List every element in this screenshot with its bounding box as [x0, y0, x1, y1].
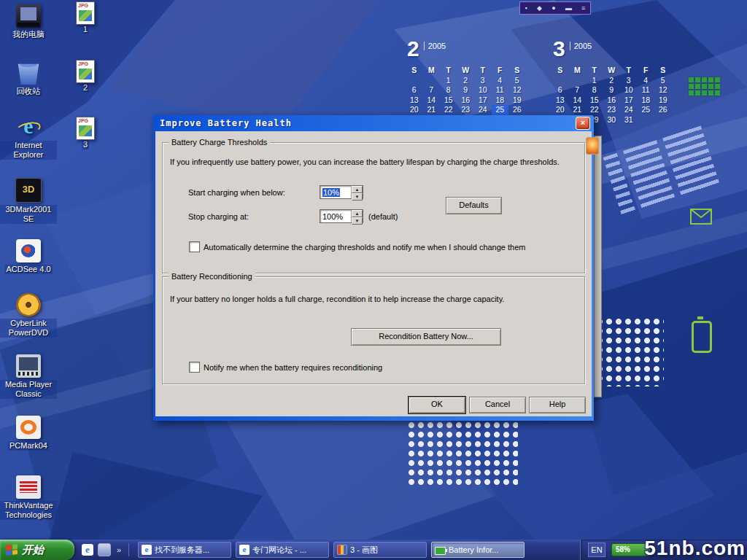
calendar-day: 11 — [492, 85, 509, 96]
desktop-icon-file-3[interactable]: JPG 3 — [57, 117, 114, 149]
calendar-day: 20 — [551, 105, 569, 115]
battery-gauge-icon — [586, 137, 599, 155]
jpg-file-icon: JPG — [76, 1, 95, 25]
spin-up-icon[interactable]: ▲ — [352, 186, 363, 193]
stop-charging-spinner[interactable]: 100% ▲▼ — [320, 209, 363, 223]
calendar-day: 18 — [492, 96, 509, 106]
calendar-march: 3 2005 SMTWTFS 12345 6789101112 13141516… — [551, 36, 672, 125]
cancel-button[interactable]: Cancel — [469, 397, 526, 413]
desktop-icon-recycle-bin[interactable]: 回收站 — [0, 61, 57, 96]
desktop-icon-powerdvd[interactable]: CyberLink PowerDVD — [0, 293, 57, 338]
calendar-day: 13 — [406, 96, 423, 106]
envelope-icon — [690, 209, 712, 225]
jpg-file-icon: JPG — [76, 60, 95, 83]
icon-label: 我的电脑 — [11, 30, 46, 39]
spin-up-icon[interactable]: ▲ — [352, 210, 363, 217]
close-button[interactable]: × — [576, 117, 590, 130]
auto-thresholds-checkbox[interactable] — [189, 241, 200, 252]
spin-down-icon[interactable]: ▼ — [352, 193, 363, 201]
taskbar-task-battery-information[interactable]: Battery Infor... — [431, 542, 525, 558]
language-indicator[interactable]: EN — [588, 542, 605, 557]
keypad-grid-icon — [689, 77, 720, 96]
stop-charging-value[interactable]: 100% — [320, 210, 351, 222]
calendar-day: 1 — [586, 76, 603, 86]
jpg-file-icon: JPG — [76, 117, 95, 140]
icon-label: 2 — [82, 83, 89, 93]
taskbar-task-server[interactable]: e 找不到服务器... — [138, 542, 231, 558]
calendar-february: 2 2005 SMTWTFS 12345 6789101112 13141516… — [406, 36, 526, 115]
calendar-day: 21 — [423, 105, 441, 115]
toolbar-keyboard-icon[interactable]: ▬ — [565, 3, 572, 13]
dialog-title: Improve Battery Health — [160, 118, 292, 128]
reconditioning-description: If your battery no longer holds a full c… — [170, 295, 578, 304]
calendar-day-header: W — [603, 66, 621, 76]
battery-deco-icon — [692, 321, 712, 353]
toolbar-menu-icon[interactable]: ≡ — [581, 3, 585, 13]
calendar-day — [406, 76, 423, 86]
dots-pattern — [409, 422, 518, 486]
calendar-year: 2005 — [424, 42, 446, 50]
calendar-day-header: T — [474, 66, 492, 76]
toolbar-pen-icon[interactable]: ◆ — [537, 3, 542, 13]
taskbar-task-paint[interactable]: 3 - 画图 — [333, 542, 427, 558]
defaults-button[interactable]: Defaults — [446, 197, 502, 214]
help-button[interactable]: Help — [529, 397, 586, 413]
icon-label: CyberLink PowerDVD — [0, 319, 57, 338]
desktop-icon-pcmark04[interactable]: PCMark04 — [0, 416, 57, 451]
battery-reconditioning-group: Battery Reconditioning If your battery n… — [162, 276, 585, 384]
calendar-day: 21 — [569, 105, 587, 115]
thinkvantage-icon — [16, 475, 41, 499]
calendar-day: 14 — [569, 96, 587, 106]
dialog-title-bar[interactable]: Improve Battery Health × — [155, 115, 592, 131]
desktop-icon-acdsee[interactable]: ACDSee 4.0 — [0, 239, 57, 274]
toolbar-volume-icon[interactable]: ● — [551, 3, 555, 13]
calendar-day: 26 — [654, 105, 672, 115]
calendar-day: 6 — [406, 85, 423, 96]
desktop-icon-file-1[interactable]: JPG 1 — [57, 1, 114, 34]
taskbar: 开始 e » e 找不到服务器... e 专门网论坛 - ... 3 - 画图 … — [0, 540, 747, 560]
calendar-day: 23 — [457, 105, 475, 115]
desktop-icon-media-player-classic[interactable]: Media Player Classic — [0, 354, 57, 399]
desktop-icon-file-2[interactable]: JPG 2 — [57, 60, 114, 93]
calendar-day: 22 — [586, 105, 603, 115]
spin-down-icon[interactable]: ▼ — [352, 217, 363, 225]
quick-launch-ie-icon[interactable]: e — [82, 544, 93, 556]
calendar-day-header: M — [569, 66, 587, 76]
calendar-day: 10 — [620, 85, 638, 96]
icon-label: 回收站 — [15, 87, 42, 96]
spinner-arrows: ▲▼ — [351, 210, 363, 222]
floating-toolbar[interactable]: ▪ ◆ ● ▬ ≡ — [519, 1, 591, 15]
acdsee-icon — [16, 239, 41, 262]
calendar-day: 1 — [440, 76, 457, 86]
desktop-icon-internet-explorer[interactable]: Internet Explorer — [0, 115, 57, 160]
calendar-day-header: S — [551, 66, 569, 76]
start-button[interactable]: 开始 — [0, 540, 74, 560]
my-computer-icon — [16, 4, 41, 28]
calendar-day: 11 — [638, 85, 655, 96]
quick-launch-overflow-icon[interactable]: » — [115, 544, 123, 556]
start-charging-value[interactable]: 10% — [320, 186, 351, 198]
desktop-icon-thinkvantage[interactable]: ThinkVantage Technologies — [0, 475, 57, 520]
quick-launch: e » — [82, 543, 129, 556]
calendar-day: 25 — [638, 105, 655, 115]
icon-label: ThinkVantage Technologies — [0, 501, 57, 520]
start-charging-spinner[interactable]: 10% ▲▼ — [320, 185, 363, 199]
show-desktop-icon[interactable] — [98, 543, 111, 556]
notify-reconditioning-checkbox[interactable] — [189, 362, 200, 373]
battery-charge-thresholds-group: Battery Charge Thresholds If you infrequ… — [162, 142, 585, 273]
calendar-day — [423, 76, 441, 86]
toolbar-input-icon[interactable]: ▪ — [525, 3, 527, 13]
calendar-day: 12 — [654, 85, 672, 96]
recondition-battery-button[interactable]: Recondition Battery Now... — [351, 328, 501, 346]
ok-button[interactable]: OK — [409, 397, 465, 413]
spinner-arrows: ▲▼ — [351, 186, 363, 198]
calendar-day — [654, 115, 672, 125]
desktop-icon-my-computer[interactable]: 我的电脑 — [0, 4, 57, 39]
desktop-icon-3dmark2001[interactable]: 3DMark2001 SE — [0, 178, 57, 224]
watermark: 51nb.com — [644, 537, 746, 560]
icon-label: 3DMark2001 SE — [0, 205, 57, 224]
taskbar-task-forum[interactable]: e 专门网论坛 - ... — [236, 542, 329, 558]
icon-label: PCMark04 — [8, 441, 49, 451]
calendar-day: 3 — [620, 76, 638, 86]
battery-percent: 58% — [616, 544, 630, 556]
